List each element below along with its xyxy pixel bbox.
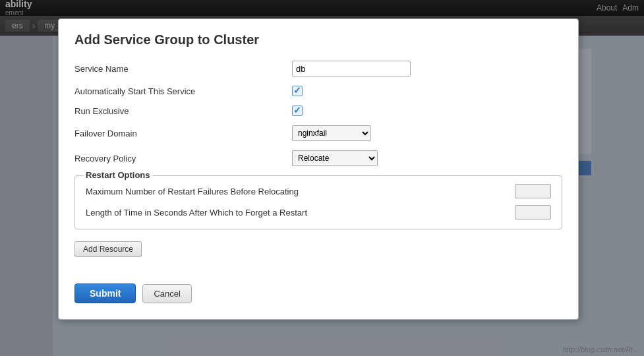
forget-restart-time-row: Length of Time in Seconds After Which to… (86, 205, 551, 220)
failover-domain-row: Failover Domain nginxfail default none (74, 125, 562, 141)
recovery-policy-select[interactable]: Relocate Restart Disable (292, 150, 378, 166)
max-restart-failures-row: Maximum Number of Restart Failures Befor… (86, 184, 551, 198)
recovery-policy-row: Recovery Policy Relocate Restart Disable (74, 150, 562, 166)
submit-button[interactable]: Submit (74, 283, 136, 303)
cancel-button[interactable]: Cancel (142, 284, 191, 303)
run-exclusive-checkbox[interactable] (292, 105, 303, 116)
service-name-input[interactable] (292, 61, 411, 76)
restart-options-legend: Restart Options (83, 170, 153, 180)
restart-options-box: Restart Options Maximum Number of Restar… (74, 175, 562, 229)
service-name-label: Service Name (74, 64, 292, 74)
service-name-row: Service Name (74, 61, 562, 76)
forget-restart-time-input[interactable] (515, 205, 551, 220)
add-resource-button[interactable]: Add Resource (74, 241, 142, 257)
failover-domain-label: Failover Domain (74, 129, 292, 138)
recovery-policy-label: Recovery Policy (74, 154, 292, 163)
auto-start-checkbox[interactable] (292, 86, 303, 96)
auto-start-row: Automatically Start This Service (74, 86, 562, 96)
button-row: Submit Cancel (74, 283, 562, 303)
modal-title: Add Service Group to Cluster (74, 32, 562, 47)
failover-domain-select[interactable]: nginxfail default none (292, 125, 371, 141)
forget-restart-time-label: Length of Time in Seconds After Which to… (86, 208, 510, 218)
run-exclusive-label: Run Exclusive (74, 106, 292, 116)
run-exclusive-row: Run Exclusive (74, 105, 562, 116)
max-restart-failures-input[interactable] (515, 184, 551, 198)
max-restart-failures-label: Maximum Number of Restart Failures Befor… (86, 187, 510, 196)
modal-dialog: Add Service Group to Cluster Service Nam… (58, 18, 579, 320)
auto-start-label: Automatically Start This Service (74, 86, 292, 96)
